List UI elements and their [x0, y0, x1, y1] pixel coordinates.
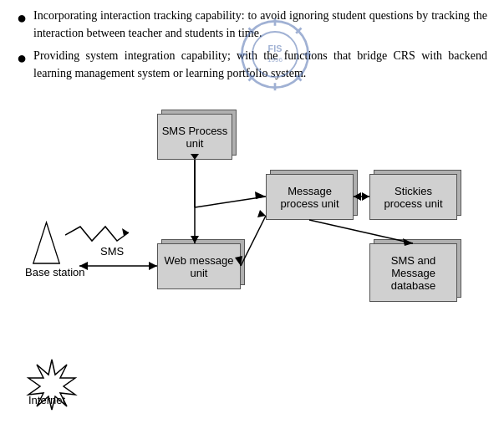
base-station-label: Base station — [25, 266, 85, 278]
svg-line-16 — [195, 197, 266, 207]
svg-text:1996: 1996 — [267, 56, 283, 64]
svg-text:FIS: FIS — [267, 43, 282, 54]
svg-marker-12 — [33, 222, 60, 263]
diagram: Base station SMS SMS Processunit Message… — [17, 90, 487, 324]
sms-process-label: SMS Processunit — [162, 125, 228, 150]
bullet-dot: ● — [17, 5, 27, 30]
svg-marker-13 — [122, 228, 129, 236]
svg-point-9 — [252, 32, 298, 77]
stickies-process-label: Stickiesprocess unit — [384, 185, 442, 210]
svg-marker-21 — [354, 192, 361, 201]
svg-marker-25 — [257, 210, 266, 217]
message-process-box: Messageprocess unit — [266, 174, 354, 220]
watermark-logo: FIS 1996 — [237, 17, 313, 92]
svg-line-27 — [309, 220, 413, 243]
sms-process-box: SMS Processunit — [157, 114, 232, 160]
content-area: FIS 1996 ● Incorporating interaction tra… — [0, 0, 504, 324]
sms-database-label: SMS andMessagedatabase — [391, 254, 436, 292]
sms-label: SMS — [100, 245, 124, 258]
svg-marker-23 — [191, 236, 199, 243]
svg-marker-20 — [362, 192, 369, 201]
internet-icon — [25, 358, 79, 416]
web-message-box: Web messageunit — [157, 243, 241, 289]
stickies-process-box: Stickiesprocess unit — [369, 174, 457, 220]
svg-marker-17 — [255, 191, 266, 199]
base-station-icon — [32, 220, 61, 269]
message-process-label: Messageprocess unit — [280, 185, 339, 210]
bullet-dot: ● — [17, 45, 27, 70]
web-message-label: Web messageunit — [165, 254, 234, 279]
svg-marker-30 — [149, 262, 157, 270]
internet-label: Internet — [28, 394, 65, 406]
sms-database-box: SMS andMessagedatabase — [369, 243, 457, 302]
